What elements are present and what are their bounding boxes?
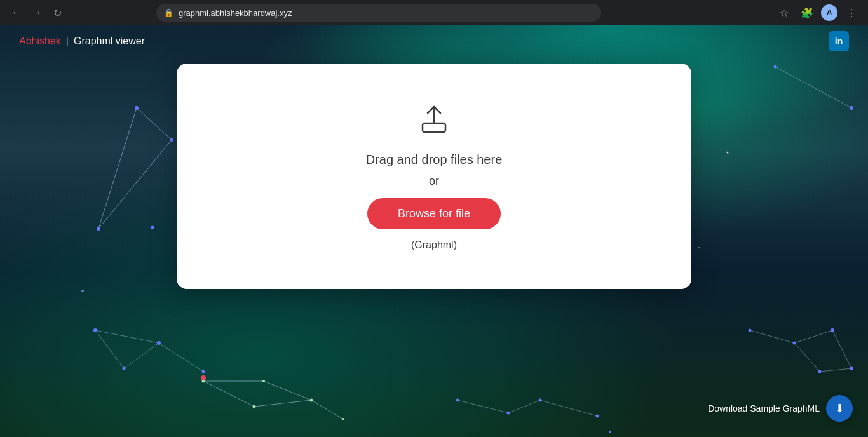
upload-icon: [416, 102, 452, 137]
or-text: or: [429, 175, 439, 188]
forward-button[interactable]: →: [28, 4, 46, 22]
browse-file-button[interactable]: Browse for file: [367, 198, 501, 229]
download-button[interactable]: ⬇: [826, 395, 853, 422]
back-button[interactable]: ←: [8, 4, 25, 22]
site-logo: Abhishek | Graphml viewer: [19, 36, 145, 47]
reload-button[interactable]: ↻: [48, 4, 66, 22]
address-bar[interactable]: 🔒 graphml.abhishekbhardwaj.xyz: [156, 4, 601, 22]
drag-drop-text: Drag and drop files here: [366, 152, 503, 167]
profile-avatar[interactable]: A: [821, 4, 837, 21]
lock-icon: 🔒: [164, 8, 173, 17]
logo-name: Abhishek: [19, 36, 61, 47]
svg-rect-56: [423, 123, 445, 132]
site-navbar: Abhishek | Graphml viewer in: [0, 25, 868, 57]
browser-actions: ☆ 🧩 A ⋮: [775, 4, 860, 22]
menu-button[interactable]: ⋮: [843, 4, 860, 22]
download-label: Download Sample GraphML: [708, 403, 820, 413]
url-text: graphml.abhishekbhardwaj.xyz: [179, 8, 292, 18]
logo-title: Graphml viewer: [74, 36, 145, 47]
linkedin-link[interactable]: in: [829, 31, 849, 51]
upload-icon-container: [416, 102, 452, 140]
format-text: (Graphml): [411, 239, 457, 251]
extensions-button[interactable]: 🧩: [798, 4, 816, 22]
logo-divider: |: [66, 36, 69, 47]
browser-chrome: ← → ↻ 🔒 graphml.abhishekbhardwaj.xyz ☆ 🧩…: [0, 0, 868, 25]
upload-card: Drag and drop files here or Browse for f…: [177, 64, 691, 289]
download-graphml-section: Download Sample GraphML ⬇: [708, 395, 853, 422]
star-button[interactable]: ☆: [775, 4, 793, 22]
page-content: Abhishek | Graphml viewer in Drag and dr…: [0, 25, 868, 437]
nav-buttons: ← → ↻: [8, 4, 66, 22]
